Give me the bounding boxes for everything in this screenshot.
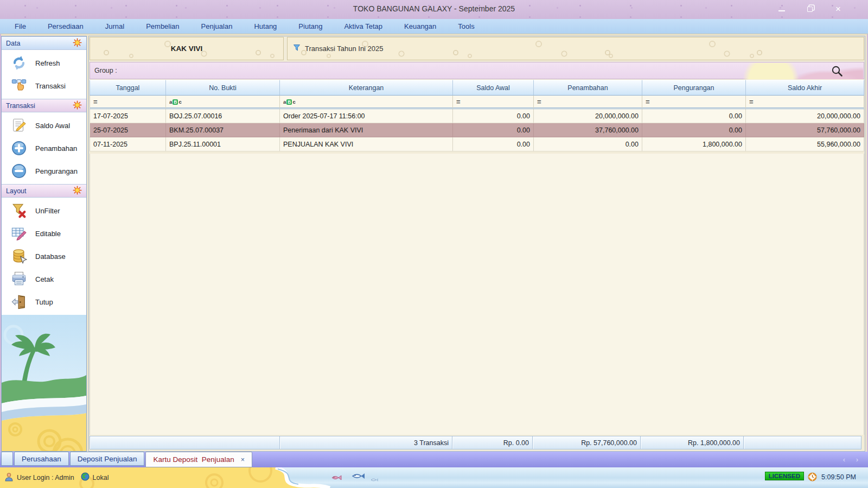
column-header-penambahan[interactable]: Penambahan [534,80,642,96]
status-time: 5:09:50 PM [821,473,856,481]
sidebar-item-database[interactable]: Database [2,245,86,268]
filter-cell-text[interactable]: aBc [166,96,280,109]
sidebar-section-header-transaksi[interactable]: Transaksi [2,99,86,112]
document-tab-bar: PerusahaanDeposit PenjualanKartu Deposit… [0,452,868,467]
statusbar-beach-art [0,467,868,488]
tab-perusahaan[interactable]: Perusahaan [14,452,69,466]
group-label: Group : [94,67,117,74]
sidebar-item-unfilter[interactable]: UnFilter [2,199,86,222]
plus-circle-icon [10,140,28,157]
footer-summary-cell: Rp. 1,800,000.00 [640,436,744,449]
footer-summary-cell: Rp. 57,760,000.00 [532,436,641,449]
menu-penjualan[interactable]: Penjualan [201,22,233,30]
tab-close-icon[interactable]: × [241,456,245,464]
section-title: Transaksi [6,102,35,110]
menu-persediaan[interactable]: Persediaan [48,22,84,30]
close-button[interactable]: × [832,4,844,14]
filter-cell-text[interactable]: aBc [280,96,453,109]
sidebar-section-items: UnFilterEditableDatabaseCetakTutup [2,198,86,315]
table-row[interactable]: 17-07-2025BOJ.25.07.00016Order 2025-07-1… [90,109,864,123]
user-login-label: User Login : Admin [17,474,74,481]
menu-hutang[interactable]: Hutang [254,22,277,30]
window-title: TOKO BANGUNAN GALAXY - September 2025 [0,4,868,13]
menu-bar: FilePersediaanJurnalPembelianPenjualanHu… [0,19,868,34]
cell-penambahan: 37,760,000.00 [534,123,642,137]
printer-icon [10,270,28,288]
table-header-row: TanggalNo. BuktiKeteranganSaldo AwalPena… [90,80,864,96]
active-tab-label: Kartu Deposit Penjualan [153,455,234,464]
globe-icon [81,472,90,483]
menu-piutang[interactable]: Piutang [298,22,322,30]
filter-cell-equals[interactable]: = [453,96,534,109]
table-row[interactable]: 07-11-2025BPJ.25.11.00001PENJUALAN KAK V… [90,137,864,151]
column-header-keterangan[interactable]: Keterangan [280,80,453,96]
column-header-saldo-awal[interactable]: Saldo Awal [453,80,534,96]
license-badge: LICENSED [765,472,804,480]
cell-pengurangan: 0.00 [642,123,746,137]
sidebar-section-items: RefreshTransaksi [2,50,86,99]
saldo-awal-icon [10,117,28,134]
refresh-icon [10,54,28,72]
sidebar-item-refresh[interactable]: Refresh [2,52,86,74]
grid-footer: 3 TransaksiRp. 0.00Rp. 57,760,000.00Rp. … [90,436,864,449]
column-header-no-bukti[interactable]: No. Bukti [166,80,280,96]
menu-pembelian[interactable]: Pembelian [146,22,179,30]
filter-cell-equals[interactable]: = [746,96,864,109]
tab-scroll-arrows[interactable]: ‹ › [843,455,863,464]
equals-filter-icon: = [456,98,461,106]
tab-kartu-deposit-penjualan-active[interactable]: Kartu Deposit Penjualan× [145,452,252,467]
sidebar-item-saldo-awal[interactable]: Saldo Awal [2,114,86,137]
sidebar-item-cetak[interactable]: Cetak [2,268,86,290]
sidebar-item-editable[interactable]: Editable [2,222,86,245]
transactions-table: TanggalNo. BuktiKeteranganSaldo AwalPena… [90,80,864,151]
beach-art [2,315,86,451]
unfilter-icon [10,202,28,219]
equals-filter-icon: = [93,98,98,106]
menu-jurnal[interactable]: Jurnal [105,22,124,30]
title-bar: TOKO BANGUNAN GALAXY - September 2025 × [0,0,868,19]
tab-deposit-penjualan[interactable]: Deposit Penjualan [70,452,145,466]
cell-pengurangan: 0.00 [642,109,746,123]
sidebar-item-penambahan[interactable]: Penambahan [2,137,86,160]
filter-cell-equals[interactable]: = [642,96,746,109]
menu-file[interactable]: File [15,22,26,30]
database-icon [10,248,28,265]
sidebar-item-pengurangan[interactable]: Pengurangan [2,160,86,182]
minimize-button[interactable] [776,4,788,14]
column-header-saldo-akhir[interactable]: Saldo Akhir [746,80,864,96]
filter-cell-equals[interactable]: = [534,96,642,109]
section-title: Layout [6,187,27,195]
minus-circle-icon [10,162,28,180]
footer-summary-cell: Rp. 0.00 [452,436,533,449]
sidebar-item-label: Editable [35,230,61,238]
column-header-pengurangan[interactable]: Pengurangan [642,80,746,96]
column-header-tanggal[interactable]: Tanggal [90,80,166,96]
status-bar: User Login : Admin Lokal LICENSED 5:09:5… [0,467,868,488]
cell-tanggal: 07-11-2025 [90,137,166,151]
sidebar-item-transaksi[interactable]: Transaksi [2,74,86,97]
clock-icon [808,472,817,484]
sidebar-item-label: Cetak [35,275,54,283]
abc-filter-icon: aBc [283,98,296,105]
cell-no-bukti: BPJ.25.11.00001 [166,137,280,151]
sidebar-item-tutup[interactable]: Tutup [2,290,86,313]
customer-title: KAK VIVI [90,37,284,60]
abc-filter-icon: aBc [169,98,182,105]
tab-stub-button[interactable] [1,452,13,466]
sidebar-section-header-data[interactable]: Data [2,36,86,50]
app-window: TOKO BANGUNAN GALAXY - September 2025 × … [0,0,868,488]
sidebar-section-header-layout[interactable]: Layout [2,184,86,198]
cell-saldo-akhir: 57,760,000.00 [746,123,864,137]
period-filter-header[interactable]: Transaksi Tahun Ini 2025 [287,37,864,60]
menu-keuangan[interactable]: Keuangan [404,22,436,30]
menu-tools[interactable]: Tools [458,22,474,30]
cell-saldo-akhir: 20,000,000.00 [746,109,864,123]
restore-button[interactable] [804,4,816,14]
menu-aktiva-tetap[interactable]: Aktiva Tetap [344,22,382,30]
cell-keterangan: PENJUALAN KAK VIVI [280,137,453,151]
sidebar-item-label: Tutup [35,298,53,306]
sidebar-item-label: Saldo Awal [35,122,70,130]
table-row[interactable]: 25-07-2025BKM.25.07.00037Penerimaan dari… [90,123,864,137]
search-icon[interactable] [831,65,843,79]
filter-cell-equals[interactable]: = [90,96,166,109]
